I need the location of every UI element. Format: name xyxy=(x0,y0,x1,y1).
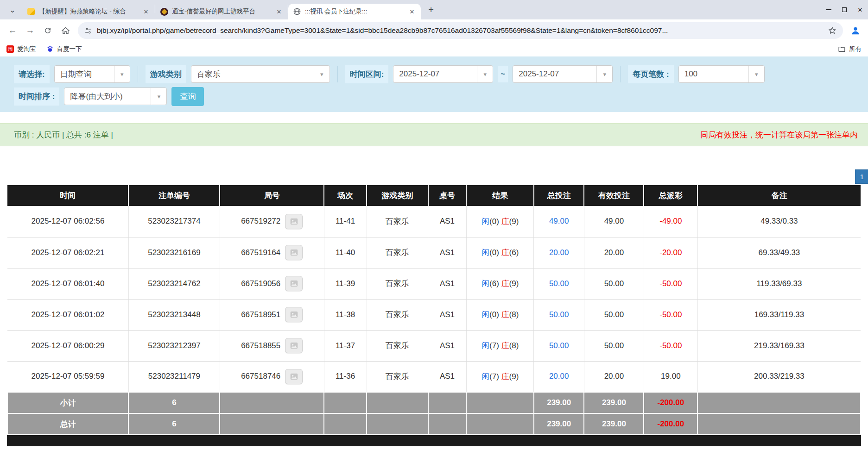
cell-total-bet[interactable]: 50.00 xyxy=(534,299,584,330)
result-banker-points: (8) xyxy=(509,310,519,319)
minimize-button[interactable] xyxy=(821,0,836,19)
cell-valid-bet: 49.00 xyxy=(584,206,644,237)
sort-dropdown[interactable]: 降幂(由大到小) ▾ xyxy=(64,87,167,105)
subtotal-label: 小计 xyxy=(7,392,128,413)
result-banker-label: 庄 xyxy=(501,217,509,226)
column-header: 局号 xyxy=(220,185,324,206)
profile-avatar-icon[interactable] xyxy=(848,23,863,38)
date-to-dropdown[interactable]: 2025-12-07 ▾ xyxy=(513,65,613,83)
total-payout: -200.00 xyxy=(644,413,697,435)
chevron-down-icon: ▾ xyxy=(596,66,612,82)
cell-payout: -50.00 xyxy=(644,299,697,330)
tab-search-chevron-icon[interactable]: ⌄ xyxy=(6,3,19,17)
cell-time: 2025-12-07 06:01:40 xyxy=(7,268,128,299)
cell-remark: 119.33/69.33 xyxy=(697,268,861,299)
page-size-label: 每页笔数 : xyxy=(628,65,673,83)
column-header: 游戏类别 xyxy=(367,185,428,206)
all-bookmarks-button[interactable]: 所有 xyxy=(838,45,862,53)
bookmark-star-icon[interactable] xyxy=(828,26,836,35)
round-replay-icon[interactable] xyxy=(285,276,303,291)
total-bet-link: 49.00 xyxy=(549,217,569,225)
cell-total-bet[interactable]: 20.00 xyxy=(534,237,584,268)
filter-row-2: 时间排序 : 降幂(由大到小) ▾ 查询 xyxy=(14,87,868,106)
round-replay-icon[interactable] xyxy=(285,245,303,260)
result-banker-label: 庄 xyxy=(501,341,509,350)
tab-bet-records-active[interactable]: :::视讯 会员下注纪录::: ✕ xyxy=(288,4,421,19)
bookmark-baidu[interactable]: 百度一下 xyxy=(46,45,82,53)
cell-total-bet[interactable]: 20.00 xyxy=(534,361,584,392)
cell-valid-bet: 50.00 xyxy=(584,268,644,299)
cell-session: 11-36 xyxy=(324,361,367,392)
tab-close-icon[interactable]: ✕ xyxy=(275,7,283,16)
round-replay-icon[interactable] xyxy=(285,307,303,322)
table-header-row: 时间注单编号局号场次游戏类别桌号结果总投注有效投注总派彩备注 xyxy=(7,185,861,206)
result-player-points: (6) xyxy=(489,279,501,288)
reload-button[interactable] xyxy=(40,23,56,38)
tab-close-icon[interactable]: ✕ xyxy=(142,7,150,16)
chevron-down-icon: ▾ xyxy=(151,88,166,105)
cell-game-type: 百家乐 xyxy=(367,268,428,299)
column-header: 场次 xyxy=(324,185,367,206)
cell-result: 闲(7) 庄(8) xyxy=(466,330,533,361)
date-range-label: 时间区间: xyxy=(345,65,389,83)
date-from-dropdown[interactable]: 2025-12-07 ▾ xyxy=(393,65,493,83)
column-header: 有效投注 xyxy=(584,185,644,206)
payout-value: -50.00 xyxy=(659,341,682,350)
cell-total-bet[interactable]: 50.00 xyxy=(534,330,584,361)
cell-bet-id: 523023217374 xyxy=(128,206,220,237)
round-number: 667518855 xyxy=(241,341,280,350)
chevron-down-icon: ▾ xyxy=(314,66,329,82)
forward-button[interactable]: → xyxy=(22,23,38,38)
new-tab-button[interactable]: + xyxy=(424,3,437,16)
subtotal-count: 6 xyxy=(128,392,220,413)
sort-value: 降幂(由大到小) xyxy=(64,91,151,102)
back-button[interactable]: ← xyxy=(5,23,20,38)
query-type-value: 日期查询 xyxy=(55,69,114,80)
cell-result: 闲(7) 庄(9) xyxy=(466,361,533,392)
result-player-points: (0) xyxy=(489,310,501,319)
tab-haiyan-forum[interactable]: 【新提醒】海燕策略论坛 - 综合 ✕ xyxy=(22,4,155,19)
game-type-dropdown[interactable]: 百家乐 ▾ xyxy=(191,65,330,83)
column-header: 时间 xyxy=(7,185,128,206)
cell-table-code: AS1 xyxy=(428,206,467,237)
payout-value: 19.00 xyxy=(661,372,681,381)
total-count: 6 xyxy=(128,413,220,435)
filter-divider xyxy=(138,66,138,82)
cell-time: 2025-12-07 06:02:56 xyxy=(7,206,128,237)
address-bar[interactable]: bjbj.xyz/ipl/portal.php/game/betrecord_s… xyxy=(78,22,843,39)
cell-total-bet[interactable]: 50.00 xyxy=(534,268,584,299)
cell-game-type: 百家乐 xyxy=(367,206,428,237)
round-number: 667519056 xyxy=(241,279,280,288)
home-button[interactable] xyxy=(57,23,73,38)
bookmark-aitaobao[interactable]: 淘 爱淘宝 xyxy=(6,45,36,53)
cell-session: 11-38 xyxy=(324,299,367,330)
search-button[interactable]: 查询 xyxy=(171,87,204,106)
tab-close-icon[interactable]: ✕ xyxy=(408,7,416,16)
cell-time: 2025-12-07 06:01:02 xyxy=(7,299,128,330)
query-type-dropdown[interactable]: 日期查询 ▾ xyxy=(54,65,130,83)
pagination-row: 1 xyxy=(0,146,868,185)
chevron-down-icon: ▾ xyxy=(114,66,130,82)
cell-remark: 49.33/0.33 xyxy=(697,206,861,237)
filter-panel: 请选择: 日期查询 ▾ 游戏类别 百家乐 ▾ 时间区间: 2025-12-07 … xyxy=(0,56,868,112)
result-player-points: (7) xyxy=(489,341,501,350)
url-text[interactable]: bjbj.xyz/ipl/portal.php/game/betrecord_s… xyxy=(97,26,824,35)
site-info-icon[interactable] xyxy=(84,27,92,35)
chevron-down-icon: ▾ xyxy=(748,66,764,82)
maximize-button[interactable] xyxy=(836,0,852,19)
page-number-button[interactable]: 1 xyxy=(855,169,868,184)
round-replay-icon[interactable] xyxy=(285,369,303,384)
tab-title: :::视讯 会员下注纪录::: xyxy=(305,7,404,16)
cell-table-code: AS1 xyxy=(428,361,467,392)
cell-total-bet[interactable]: 49.00 xyxy=(534,206,584,237)
tab-tongbao[interactable]: 通宝-信誉最好的网上游戏平台 ✕ xyxy=(155,4,288,19)
result-banker-points: (9) xyxy=(509,279,519,288)
round-replay-icon[interactable] xyxy=(285,338,303,353)
cell-remark: 69.33/49.33 xyxy=(697,237,861,268)
close-window-button[interactable]: ✕ xyxy=(852,0,868,19)
cell-session: 11-41 xyxy=(324,206,367,237)
forum-yellow-icon xyxy=(27,7,35,16)
round-replay-icon[interactable] xyxy=(285,214,303,229)
page-size-dropdown[interactable]: 100 ▾ xyxy=(678,65,765,83)
cell-valid-bet: 20.00 xyxy=(584,237,644,268)
